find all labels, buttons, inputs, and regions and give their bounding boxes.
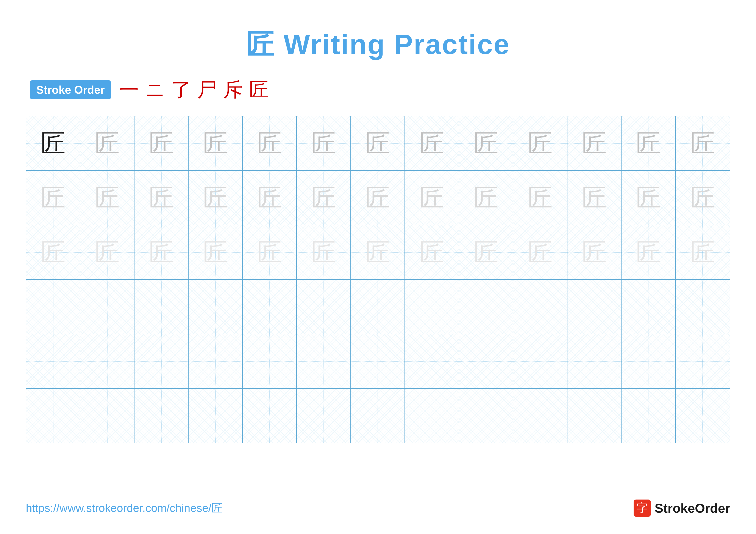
grid-cell[interactable]: [405, 280, 459, 334]
grid-cell[interactable]: 匠: [189, 116, 243, 170]
grid-cell[interactable]: [622, 389, 676, 443]
grid-cell[interactable]: 匠: [676, 225, 730, 279]
grid-cell[interactable]: [80, 389, 134, 443]
grid-cell[interactable]: [567, 280, 622, 334]
grid-cell[interactable]: [459, 280, 513, 334]
grid-cell[interactable]: 匠: [134, 171, 189, 225]
grid-cell[interactable]: [459, 389, 513, 443]
grid-cell[interactable]: [676, 280, 730, 334]
stroke-order-chars: 一 ニ 了 尸 斥 匠: [120, 77, 269, 103]
grid-cell[interactable]: 匠: [351, 171, 405, 225]
grid-cell[interactable]: 匠: [243, 171, 297, 225]
footer-url[interactable]: https://www.strokeorder.com/chinese/匠: [26, 501, 223, 516]
practice-char: 匠: [257, 186, 282, 210]
grid-cell[interactable]: [513, 280, 567, 334]
practice-char: 匠: [636, 240, 661, 265]
practice-char: 匠: [419, 240, 444, 265]
grid-cell[interactable]: 匠: [459, 225, 513, 279]
grid-row-4: [26, 280, 730, 334]
grid-cell[interactable]: 匠: [405, 171, 459, 225]
practice-char: 匠: [311, 186, 336, 210]
grid-cell[interactable]: [243, 389, 297, 443]
grid-cell[interactable]: [351, 389, 405, 443]
grid-cell[interactable]: 匠: [567, 116, 622, 170]
grid-cell[interactable]: 匠: [567, 225, 622, 279]
grid-cell[interactable]: [351, 334, 405, 388]
grid-row-2: 匠 匠 匠 匠 匠 匠 匠 匠 匠 匠 匠 匠 匠: [26, 171, 730, 225]
practice-char: 匠: [95, 240, 120, 265]
grid-cell[interactable]: 匠: [405, 116, 459, 170]
grid-cell[interactable]: 匠: [243, 225, 297, 279]
grid-cell[interactable]: [351, 280, 405, 334]
grid-cell[interactable]: 匠: [134, 225, 189, 279]
grid-cell[interactable]: [243, 334, 297, 388]
stroke-order-section: Stroke Order 一 ニ 了 尸 斥 匠: [26, 77, 730, 103]
practice-char: 匠: [41, 186, 66, 210]
grid-cell[interactable]: 匠: [513, 116, 567, 170]
grid-cell[interactable]: [513, 389, 567, 443]
grid-cell[interactable]: 匠: [297, 116, 351, 170]
grid-cell[interactable]: [297, 334, 351, 388]
grid-cell[interactable]: 匠: [26, 116, 80, 170]
grid-cell[interactable]: 匠: [26, 225, 80, 279]
grid-cell[interactable]: [189, 334, 243, 388]
grid-cell[interactable]: 匠: [189, 225, 243, 279]
grid-cell[interactable]: 匠: [80, 116, 134, 170]
grid-cell[interactable]: 匠: [351, 225, 405, 279]
grid-cell[interactable]: 匠: [80, 225, 134, 279]
grid-cell[interactable]: 匠: [622, 171, 676, 225]
grid-cell[interactable]: 匠: [189, 171, 243, 225]
grid-cell[interactable]: [80, 280, 134, 334]
grid-cell[interactable]: [26, 334, 80, 388]
title-character: 匠: [246, 29, 275, 60]
page-title: 匠 Writing Practice: [246, 29, 510, 60]
grid-cell[interactable]: [26, 280, 80, 334]
grid-cell[interactable]: 匠: [243, 116, 297, 170]
grid-cell[interactable]: 匠: [297, 225, 351, 279]
grid-cell[interactable]: 匠: [134, 116, 189, 170]
grid-cell[interactable]: [243, 280, 297, 334]
practice-char: 匠: [203, 131, 228, 156]
grid-cell[interactable]: [513, 334, 567, 388]
grid-cell[interactable]: [297, 280, 351, 334]
grid-cell[interactable]: 匠: [622, 116, 676, 170]
grid-cell[interactable]: [622, 334, 676, 388]
grid-cell[interactable]: [405, 389, 459, 443]
grid-cell[interactable]: [405, 334, 459, 388]
grid-cell[interactable]: 匠: [513, 225, 567, 279]
practice-char: 匠: [528, 240, 553, 265]
grid-cell[interactable]: [134, 389, 189, 443]
grid-cell[interactable]: 匠: [459, 171, 513, 225]
grid-cell[interactable]: [459, 334, 513, 388]
footer-logo-text: StrokeOrder: [655, 501, 730, 516]
grid-cell[interactable]: 匠: [513, 171, 567, 225]
grid-cell[interactable]: 匠: [622, 225, 676, 279]
grid-cell[interactable]: 匠: [26, 171, 80, 225]
grid-cell[interactable]: [134, 334, 189, 388]
practice-grid: 匠 匠 匠 匠 匠 匠 匠: [26, 116, 730, 443]
grid-cell[interactable]: 匠: [405, 225, 459, 279]
grid-cell[interactable]: [567, 334, 622, 388]
grid-cell[interactable]: 匠: [676, 171, 730, 225]
grid-cell[interactable]: 匠: [297, 171, 351, 225]
grid-cell[interactable]: [134, 280, 189, 334]
grid-cell[interactable]: [189, 389, 243, 443]
grid-cell[interactable]: [676, 334, 730, 388]
grid-cell[interactable]: [297, 389, 351, 443]
grid-cell[interactable]: 匠: [676, 116, 730, 170]
grid-cell[interactable]: 匠: [459, 116, 513, 170]
practice-char: 匠: [257, 240, 282, 265]
grid-cell[interactable]: 匠: [80, 171, 134, 225]
grid-cell[interactable]: [676, 389, 730, 443]
grid-cell[interactable]: [80, 334, 134, 388]
grid-cell[interactable]: [189, 280, 243, 334]
stroke-3: 了: [172, 77, 191, 103]
practice-char: 匠: [95, 131, 120, 156]
grid-cell[interactable]: [26, 389, 80, 443]
stroke-2: ニ: [145, 77, 165, 103]
grid-cell[interactable]: [567, 389, 622, 443]
grid-cell[interactable]: 匠: [567, 171, 622, 225]
stroke-order-badge: Stroke Order: [30, 80, 111, 99]
grid-cell[interactable]: 匠: [351, 116, 405, 170]
grid-cell[interactable]: [622, 280, 676, 334]
